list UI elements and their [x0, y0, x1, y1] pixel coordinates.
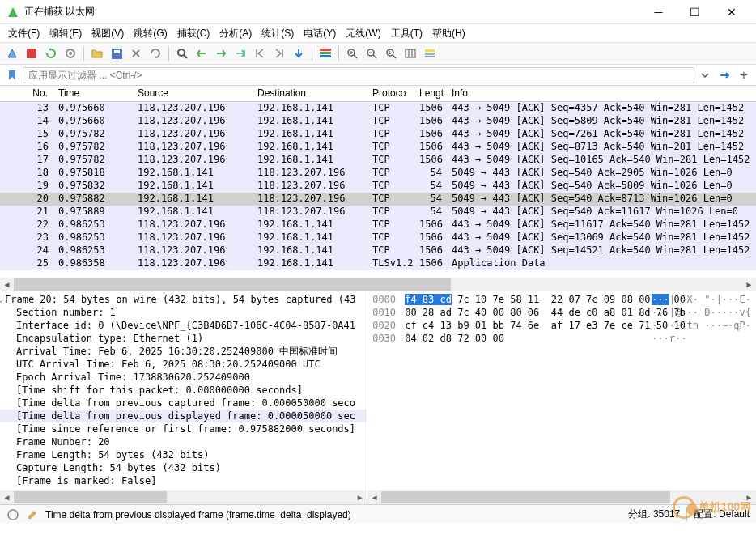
svg-line-6	[184, 55, 187, 58]
open-file-icon[interactable]	[88, 45, 106, 62]
detail-line[interactable]: Arrival Time: Feb 6, 2025 16:30:20.25240…	[0, 345, 367, 358]
close-button[interactable]: ✕	[713, 0, 750, 24]
detail-line[interactable]: [Frame is marked: False]	[0, 474, 367, 487]
colorize-icon[interactable]	[316, 45, 334, 62]
stop-capture-icon[interactable]	[23, 45, 40, 62]
menu-item[interactable]: 捕获(C)	[172, 25, 215, 42]
zoom-reset-icon[interactable]: 1	[382, 45, 400, 62]
packet-row[interactable]: 190.975832192.168.1.141118.123.207.196TC…	[0, 180, 756, 193]
detail-line[interactable]: Encapsulation type: Ethernet (1)	[0, 332, 367, 345]
detail-line[interactable]: [Time since reference or first frame: 0.…	[0, 422, 367, 435]
detail-line[interactable]: Frame 20: 54 bytes on wire (432 bits), 5…	[0, 293, 367, 306]
detail-line[interactable]: [Time shift for this packet: 0.000000000…	[0, 384, 367, 397]
detail-line[interactable]: Interface id: 0 (\Device\NPF_{C3B4D6B7-1…	[0, 319, 367, 332]
menu-item[interactable]: 工具(T)	[386, 25, 427, 42]
status-expert-icon[interactable]	[6, 508, 19, 521]
detail-line[interactable]: [Time delta from previous displayed fram…	[0, 410, 367, 422]
detail-line[interactable]: [Time delta from previous captured frame…	[0, 397, 367, 410]
detail-line[interactable]: Section number: 1	[0, 306, 367, 319]
find-icon[interactable]	[173, 45, 191, 62]
filter-apply-icon[interactable]	[716, 66, 733, 84]
filter-add-icon[interactable]: +	[735, 66, 753, 84]
maximize-button[interactable]: ☐	[677, 0, 713, 24]
go-last-icon[interactable]	[270, 45, 288, 62]
status-profile[interactable]: 配置: Default	[694, 507, 750, 521]
minimize-button[interactable]: ─	[640, 0, 677, 24]
display-filter-input[interactable]	[23, 67, 694, 83]
svg-rect-20	[406, 49, 415, 57]
packet-row[interactable]: 130.975660118.123.207.196192.168.1.141TC…	[0, 102, 756, 115]
packet-rows[interactable]: 130.975660118.123.207.196192.168.1.141TC…	[0, 102, 756, 278]
detail-line[interactable]: Epoch Arrival Time: 1738830620.252409000	[0, 371, 367, 384]
menu-item[interactable]: 电话(Y)	[299, 25, 341, 42]
auto-scroll-icon[interactable]	[290, 45, 308, 62]
resize-columns-icon[interactable]	[401, 45, 419, 62]
packet-row[interactable]: 180.975818192.168.1.141118.123.207.196TC…	[0, 167, 756, 180]
zoom-out-icon[interactable]	[363, 45, 380, 62]
menu-item[interactable]: 视图(V)	[87, 25, 129, 42]
display-filters-icon[interactable]	[421, 45, 439, 62]
column-length[interactable]: Lengt	[414, 86, 447, 101]
close-file-icon[interactable]	[127, 45, 145, 62]
go-forward-icon[interactable]	[212, 45, 230, 62]
menu-item[interactable]: 分析(A)	[214, 25, 257, 42]
packet-row[interactable]: 250.986358118.123.207.196192.168.1.141TL…	[0, 257, 756, 270]
detail-line[interactable]: Frame Length: 54 bytes (432 bits)	[0, 448, 367, 461]
packet-row[interactable]: 170.975782118.123.207.196192.168.1.141TC…	[0, 154, 756, 167]
filter-dropdown-icon[interactable]	[696, 66, 714, 84]
go-first-icon[interactable]	[251, 45, 269, 62]
bookmark-filter-icon[interactable]	[3, 66, 21, 84]
packet-row[interactable]: 220.986253118.123.207.196192.168.1.141TC…	[0, 219, 756, 231]
packet-row[interactable]: 230.986253118.123.207.196192.168.1.141TC…	[0, 231, 756, 244]
packet-row[interactable]: 240.986253118.123.207.196192.168.1.141TC…	[0, 244, 756, 257]
column-no[interactable]: No.	[0, 86, 53, 101]
menu-item[interactable]: 统计(S)	[257, 25, 299, 42]
hex-line[interactable]: 003004 02 d8 72 00 00···r··	[372, 332, 751, 345]
svg-rect-25	[425, 56, 435, 57]
column-source[interactable]: Source	[133, 86, 253, 101]
svg-rect-9	[320, 55, 331, 57]
column-protocol[interactable]: Protoco	[367, 86, 414, 101]
start-capture-icon[interactable]	[3, 45, 21, 62]
menu-item[interactable]: 编辑(E)	[45, 25, 87, 42]
column-info[interactable]: Info	[447, 86, 756, 101]
status-edit-icon[interactable]	[26, 508, 39, 521]
packet-detail-body[interactable]: Frame 20: 54 bytes on wire (432 bits), 5…	[0, 291, 367, 490]
go-back-icon[interactable]	[193, 45, 210, 62]
menu-item[interactable]: 无线(W)	[341, 25, 385, 42]
menu-item[interactable]: 跳转(G)	[129, 25, 172, 42]
filter-bar: +	[0, 65, 756, 86]
packet-list-hscroll[interactable]: ◄ ►	[0, 278, 756, 291]
menu-item[interactable]: 文件(F)	[3, 25, 45, 42]
hex-line[interactable]: 0000f4 83 cd 7c 10 7e 58 11 22 07 7c 09 …	[372, 293, 751, 306]
zoom-in-icon[interactable]	[343, 45, 361, 62]
scroll-right-icon[interactable]: ►	[742, 278, 756, 291]
capture-options-icon[interactable]	[62, 45, 79, 62]
hex-hscroll[interactable]: ◄►	[367, 490, 756, 504]
jump-to-icon[interactable]	[231, 45, 249, 62]
window-title: 正在捕获 以太网	[24, 5, 640, 19]
packet-row[interactable]: 160.975782118.123.207.196192.168.1.141TC…	[0, 141, 756, 154]
reload-icon[interactable]	[147, 45, 164, 62]
save-file-icon[interactable]	[108, 45, 125, 62]
app-logo-icon	[6, 6, 19, 19]
packet-row[interactable]: 140.975660118.123.207.196192.168.1.141TC…	[0, 115, 756, 128]
column-time[interactable]: Time	[53, 86, 133, 101]
detail-line[interactable]: Frame Number: 20	[0, 435, 367, 448]
detail-line[interactable]: Capture Length: 54 bytes (432 bits)	[0, 461, 367, 474]
hex-line[interactable]: 0020cf c4 13 b9 01 bb 74 6e af 17 e3 7e …	[372, 319, 751, 332]
hex-line[interactable]: 001000 28 ad 7c 40 00 80 06 44 de c0 a8 …	[372, 306, 751, 319]
packet-row[interactable]: 200.975882192.168.1.141118.123.207.196TC…	[0, 193, 756, 206]
restart-capture-icon[interactable]	[42, 45, 60, 62]
detail-line[interactable]: UTC Arrival Time: Feb 6, 2025 08:30:20.2…	[0, 358, 367, 371]
detail-hscroll[interactable]: ◄►	[0, 490, 367, 504]
packet-row[interactable]: 150.975782118.123.207.196192.168.1.141TC…	[0, 128, 756, 141]
packet-hex-body[interactable]: 0000f4 83 cd 7c 10 7e 58 11 22 07 7c 09 …	[367, 291, 756, 490]
scroll-left-icon[interactable]: ◄	[0, 278, 14, 291]
titlebar: 正在捕获 以太网 ─ ☐ ✕	[0, 0, 756, 24]
column-destination[interactable]: Destination	[253, 86, 367, 101]
svg-line-15	[373, 55, 376, 58]
packet-row[interactable]: 210.975889192.168.1.141118.123.207.196TC…	[0, 206, 756, 219]
svg-text:1: 1	[389, 50, 392, 55]
menu-item[interactable]: 帮助(H)	[427, 25, 470, 42]
